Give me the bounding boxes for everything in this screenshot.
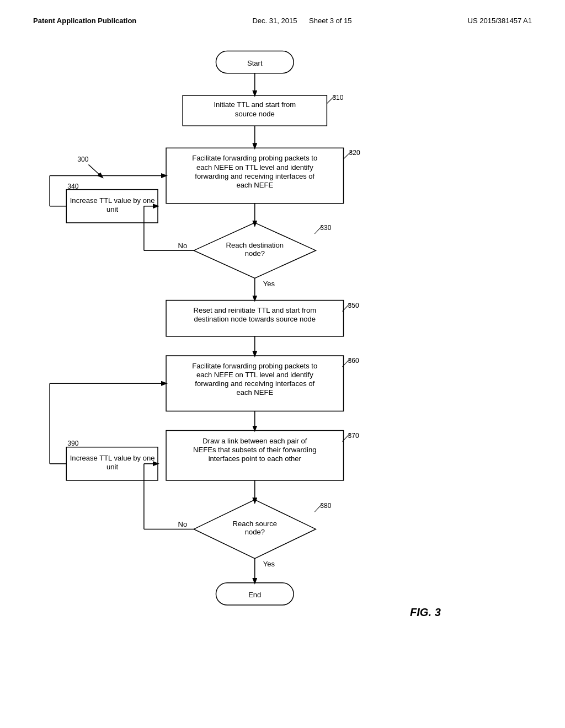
header-left: Patent Application Publication bbox=[33, 17, 136, 25]
n330-text1: Reach destination bbox=[226, 241, 284, 249]
flowchart-svg: text { font-family: Arial, sans-serif; f… bbox=[33, 30, 532, 681]
header-center: Dec. 31, 2015 Sheet 3 of 15 bbox=[252, 17, 351, 25]
n390-text2: unit bbox=[106, 463, 118, 471]
n320-text3: forwarding and receiving interfaces of bbox=[195, 172, 315, 180]
n360-label: 360 bbox=[348, 357, 359, 365]
n320-label: 320 bbox=[349, 149, 360, 157]
header: Patent Application Publication Dec. 31, … bbox=[33, 17, 532, 25]
n350-label: 350 bbox=[348, 302, 359, 309]
n320-text1: Facilitate forwarding probing packets to bbox=[192, 154, 317, 162]
n380-label: 380 bbox=[320, 502, 331, 510]
n370-text1: Draw a link between each pair of bbox=[202, 437, 307, 445]
n320-text2: each NEFE on TTL level and identify bbox=[196, 163, 313, 172]
yes-label-380: Yes bbox=[263, 560, 275, 568]
no-label-380: No bbox=[178, 520, 188, 528]
n390-text1: Increase TTL value by one bbox=[70, 454, 155, 462]
n310-label: 310 bbox=[332, 94, 343, 101]
n360-text4: each NEFE bbox=[236, 388, 273, 397]
end-label: End bbox=[248, 591, 261, 599]
header-right: US 2015/381457 A1 bbox=[468, 17, 532, 25]
n380-text1: Reach source bbox=[233, 520, 278, 528]
n310-text1: Initiate TTL and start from bbox=[214, 100, 296, 109]
n330-text2: node? bbox=[245, 249, 265, 258]
n310-text2: source node bbox=[235, 110, 275, 118]
header-sheet: Sheet 3 of 15 bbox=[309, 17, 351, 25]
n340-label: 340 bbox=[67, 183, 78, 190]
n340-text1: Increase TTL value by one bbox=[70, 196, 155, 205]
fig-label: FIG. 3 bbox=[410, 606, 441, 618]
n330-label: 330 bbox=[320, 224, 331, 232]
n320-text4: each NEFE bbox=[236, 181, 273, 189]
n350-text1: Reset and reinitiate TTL and start from bbox=[193, 306, 316, 314]
n370-text3: interfaces point to each other bbox=[209, 454, 302, 463]
start-label: Start bbox=[247, 59, 263, 67]
n370-text2: NEFEs that subsets of their forwarding bbox=[193, 446, 316, 454]
n340-text2: unit bbox=[106, 205, 118, 213]
header-date: Dec. 31, 2015 bbox=[252, 17, 297, 25]
diagram-area: text { font-family: Arial, sans-serif; f… bbox=[33, 30, 532, 681]
n390-label: 390 bbox=[67, 440, 78, 447]
n380-text2: node? bbox=[245, 528, 265, 536]
no-label-330: No bbox=[178, 242, 188, 250]
n360-text1: Facilitate forwarding probing packets to bbox=[192, 362, 317, 370]
n360-text3: forwarding and receiving interfaces of bbox=[195, 379, 315, 388]
yes-label-330: Yes bbox=[263, 280, 275, 288]
n370-label: 370 bbox=[348, 432, 359, 440]
n350-text2: destination node towards source node bbox=[194, 315, 316, 323]
n300-label: 300 bbox=[77, 156, 88, 163]
page: Patent Application Publication Dec. 31, … bbox=[0, 0, 565, 728]
n360-text2: each NEFE on TTL level and identify bbox=[196, 371, 313, 379]
